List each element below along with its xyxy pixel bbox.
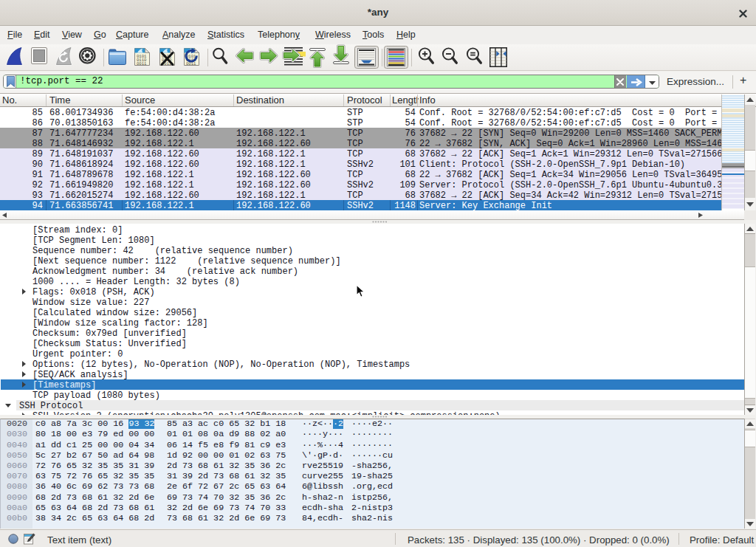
svg-text:0011: 0011 xyxy=(137,61,147,66)
